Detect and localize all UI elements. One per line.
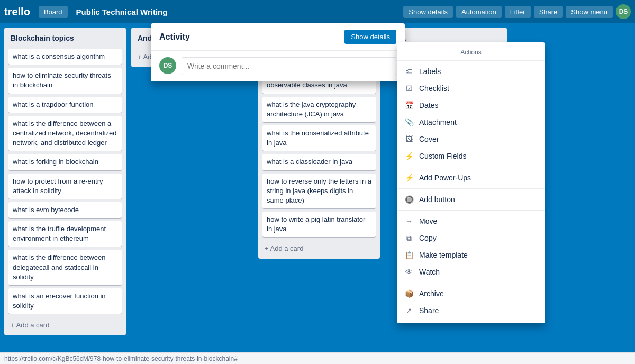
- card[interactable]: what is the java cryptography architectu…: [262, 97, 376, 122]
- action-item-power-ups[interactable]: ⚡Add Power-Ups: [397, 169, 545, 186]
- action-label: Watch: [419, 268, 440, 276]
- action-label: Share: [419, 306, 439, 315]
- action-item-archive[interactable]: 📦Archive: [397, 285, 545, 302]
- activity-title: Activity: [159, 32, 190, 42]
- card[interactable]: what is an erecover function in solidity: [8, 288, 122, 314]
- menu-divider: [397, 283, 545, 283]
- card[interactable]: what is a trapdoor function: [8, 97, 122, 113]
- action-label: Attachment: [419, 118, 457, 126]
- card[interactable]: how to write a pig latin translator in j…: [262, 212, 376, 237]
- filter-button[interactable]: Filter: [505, 6, 531, 18]
- activity-body: DS: [151, 51, 405, 81]
- action-label: Move: [419, 217, 437, 225]
- add-card-button[interactable]: + Add a card: [262, 242, 376, 254]
- comment-input[interactable]: [182, 57, 396, 75]
- action-item-share[interactable]: ↗Share: [397, 302, 545, 319]
- show-details-btn[interactable]: Show details: [344, 30, 396, 44]
- power-ups-icon: ⚡: [404, 173, 414, 183]
- action-item-labels[interactable]: 🏷Labels: [397, 63, 545, 80]
- action-item-add-button[interactable]: 🔘Add button: [397, 191, 545, 208]
- action-label: Custom Fields: [419, 152, 466, 160]
- action-label: Add Power-Ups: [419, 174, 471, 182]
- share-icon: ↗: [404, 306, 414, 315]
- action-menu-header: Actions: [397, 47, 545, 61]
- header-right: Show details Automation Filter Share Sho…: [403, 4, 631, 19]
- action-item-cover[interactable]: 🖼Cover: [397, 131, 545, 148]
- action-item-checklist[interactable]: ☑Checklist: [397, 80, 545, 97]
- trello-logo: trello: [4, 6, 30, 18]
- card[interactable]: what is forking in blockchain: [8, 154, 122, 170]
- labels-icon: 🏷: [404, 67, 414, 76]
- board-button[interactable]: Board: [39, 6, 68, 18]
- menu-divider: [397, 210, 545, 211]
- action-item-copy[interactable]: ⧉Copy: [397, 230, 545, 247]
- action-label: Make template: [419, 251, 468, 259]
- card[interactable]: what is the difference between a central…: [8, 116, 122, 151]
- cover-icon: 🖼: [404, 134, 414, 144]
- make-template-icon: 📋: [404, 250, 414, 260]
- action-item-make-template[interactable]: 📋Make template: [397, 247, 545, 263]
- action-label: Checklist: [419, 84, 449, 93]
- card[interactable]: what is the truffle development environm…: [8, 221, 122, 247]
- move-icon: →: [404, 216, 414, 226]
- show-details-button[interactable]: Show details: [403, 6, 453, 18]
- copy-icon: ⧉: [404, 233, 414, 243]
- card[interactable]: what is evm bytecode: [8, 202, 122, 218]
- comment-row: DS: [159, 57, 396, 75]
- watch-icon: 👁: [404, 267, 414, 277]
- column-blockchain: Blockchain topicswhat is a consensus alg…: [4, 28, 126, 335]
- automation-button[interactable]: Automation: [456, 6, 502, 18]
- action-item-attachment[interactable]: 📎Attachment: [397, 114, 545, 131]
- action-label: Cover: [419, 135, 439, 143]
- action-menu: Actions 🏷Labels☑Checklist📅Dates📎Attachme…: [397, 42, 545, 323]
- activity-header: Activity Show details: [151, 23, 405, 51]
- card[interactable]: what is the difference between delegatec…: [8, 250, 122, 285]
- url-bar: https://trello.com/c/KgBc56cM/978-how-to…: [0, 352, 635, 364]
- action-item-custom-fields[interactable]: ⚡Custom Fields: [397, 148, 545, 165]
- action-label: Labels: [419, 67, 441, 76]
- action-label: Add button: [419, 195, 455, 204]
- add-button-icon: 🔘: [404, 195, 414, 204]
- dates-icon: 📅: [404, 101, 414, 110]
- action-label: Copy: [419, 234, 437, 242]
- column-header: Blockchain topics: [8, 32, 122, 44]
- menu-divider: [397, 188, 545, 189]
- archive-icon: 📦: [404, 289, 414, 298]
- avatar[interactable]: DS: [616, 4, 631, 19]
- menu-divider: [397, 167, 545, 167]
- share-button[interactable]: Share: [534, 6, 563, 18]
- attachment-icon: 📎: [404, 117, 414, 127]
- action-item-move[interactable]: →Move: [397, 213, 545, 230]
- card[interactable]: how to eliminate security threats in blo…: [8, 68, 122, 93]
- action-item-dates[interactable]: 📅Dates: [397, 97, 545, 114]
- url-text: https://trello.com/c/KgBc56cM/978-how-to…: [4, 355, 238, 362]
- board-title: Public Technical Writing: [72, 7, 172, 16]
- activity-panel: Activity Show details DS: [151, 23, 405, 81]
- action-label: Archive: [419, 289, 444, 298]
- card[interactable]: how to protect from a re-entry attack in…: [8, 174, 122, 199]
- checklist-icon: ☑: [404, 84, 414, 93]
- card[interactable]: how to reverse only the letters in a str…: [262, 174, 376, 209]
- card[interactable]: what is a classloader in java: [262, 154, 376, 170]
- card[interactable]: what is the nonserialized attribute in j…: [262, 125, 376, 151]
- add-card-button[interactable]: + Add a card: [8, 319, 122, 331]
- header: trello Board Public Technical Writing Sh…: [0, 0, 635, 23]
- custom-fields-icon: ⚡: [404, 151, 414, 161]
- action-item-watch[interactable]: 👁Watch: [397, 263, 545, 280]
- comment-avatar: DS: [159, 57, 176, 74]
- show-menu-button[interactable]: Show menu: [566, 6, 613, 18]
- action-label: Dates: [419, 101, 439, 110]
- card[interactable]: what is a consensus algorithm: [8, 49, 122, 65]
